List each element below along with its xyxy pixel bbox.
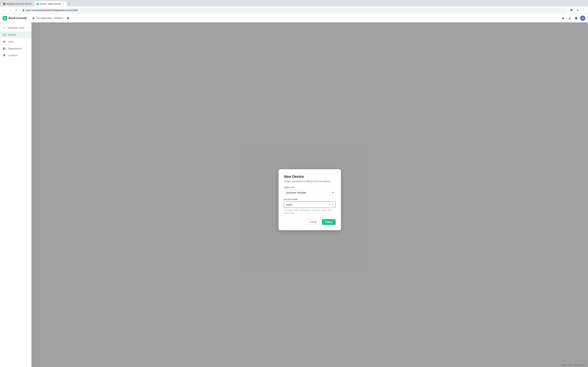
tab-ms-label: Integration Microsoft 365 Em... — [7, 3, 33, 5]
sidebar-item-devices[interactable]: Devices — [0, 31, 31, 38]
address-bar-actions: ★ ⋮ — [569, 8, 586, 13]
svg-rect-1 — [5, 3, 6, 4]
user-initial: N — [582, 17, 584, 19]
address-bar: ← → ↺ blynk.cloud/dashboard/550743/globa… — [0, 7, 588, 14]
tab-blynk[interactable]: B Devices - Blynk.Console ✕ — [35, 1, 67, 7]
building-icon — [32, 17, 35, 19]
sidebar-item-locations[interactable]: Locations — [0, 52, 31, 59]
app-topbar: B Blynk.Console My organization - 2555BQ… — [0, 14, 588, 22]
forward-button[interactable]: → — [8, 8, 12, 12]
tab-ms-favicon — [3, 3, 6, 5]
dialog-subtitle: Create new device by filling in the form… — [284, 180, 336, 183]
device-name-counter: 5 / 50 — [329, 203, 334, 206]
tab-blynk-favicon: B — [36, 3, 39, 5]
org-settings-button[interactable] — [65, 16, 70, 21]
star-icon-btn[interactable]: ★ — [575, 8, 580, 13]
locations-label: Locations — [8, 54, 18, 57]
modal-overlay: New Device Create new device by filling … — [32, 22, 588, 367]
create-button[interactable]: Create — [322, 219, 336, 225]
app-name: Blynk.Console — [9, 17, 27, 20]
dialog-actions: Cancel Create — [284, 219, 336, 225]
tab-ms[interactable]: Integration Microsoft 365 Em... — [1, 1, 34, 6]
developer-zone-label: Developer Zone — [8, 26, 24, 29]
url-bar[interactable]: blynk.cloud/dashboard/550743/global/devi… — [20, 8, 568, 12]
org-chevron: ▾ — [62, 17, 63, 19]
more-icon-btn[interactable]: ⋮ — [581, 8, 586, 13]
shield-button[interactable] — [574, 16, 579, 21]
device-name-label: DEVICE NAME — [284, 198, 336, 200]
app-logo-icon: B — [3, 16, 7, 20]
template-form-group: TEMPLATE Quickstart Template ▾ — [284, 187, 336, 196]
sidebar-item-organizations[interactable]: Organizations — [0, 45, 31, 52]
developer-zone-icon — [3, 26, 6, 29]
profile-button[interactable] — [567, 16, 572, 21]
tab-blynk-close[interactable]: ✕ — [62, 3, 65, 5]
svg-rect-3 — [5, 4, 6, 5]
template-select[interactable]: Quickstart Template ▾ — [284, 190, 336, 196]
topbar-right: N — [561, 16, 585, 21]
tab-bar: Integration Microsoft 365 Em... B Device… — [0, 0, 588, 7]
app-logo: B Blynk.Console — [3, 16, 27, 20]
devices-icon — [3, 33, 6, 36]
device-name-form-group: DEVICE NAME 5 / 50 Use letters, digits, … — [284, 198, 336, 215]
template-value: Quickstart Template — [286, 191, 306, 194]
sidebar-item-developer-zone[interactable]: Developer Zone › — [0, 25, 31, 31]
cast-icon-btn[interactable] — [569, 8, 574, 13]
dialog-title: New Device — [284, 175, 336, 179]
sidebar: Developer Zone › Devices Users Organizat… — [0, 22, 32, 367]
app-layout: Developer Zone › Devices Users Organizat… — [0, 22, 588, 367]
users-label: Users — [8, 40, 14, 43]
url-text: blynk.cloud/dashboard/550743/global/devi… — [26, 9, 565, 11]
device-name-input[interactable] — [284, 201, 336, 208]
org-name: My organization - 2555BQ — [37, 17, 61, 19]
organizations-label: Organizations — [8, 47, 22, 50]
organizations-icon — [3, 47, 6, 50]
new-device-dialog: New Device Create new device by filling … — [279, 169, 341, 230]
new-tab-button[interactable]: + — [67, 2, 71, 6]
lock-icon — [22, 9, 25, 11]
cancel-button[interactable]: Cancel — [306, 219, 320, 225]
svg-rect-0 — [3, 3, 4, 4]
tab-blynk-label: Devices - Blynk.Console — [40, 3, 61, 5]
devices-label: Devices — [8, 33, 16, 36]
device-name-input-wrapper: 5 / 50 — [284, 201, 336, 208]
sidebar-item-users[interactable]: Users — [0, 38, 31, 45]
org-selector[interactable]: My organization - 2555BQ ▾ — [35, 16, 65, 20]
main-content: No devices yet. Create one here. New Dev… — [32, 22, 588, 367]
topbar-divider — [29, 16, 30, 20]
logo-letter: B — [4, 17, 6, 19]
developer-zone-chevron: › — [28, 27, 29, 29]
reload-button[interactable]: ↺ — [14, 8, 18, 12]
notification-button[interactable] — [561, 16, 566, 21]
back-button[interactable]: ← — [2, 8, 7, 12]
users-icon — [3, 40, 6, 43]
device-name-hint: Use letters, digits, apostrophe, undersc… — [284, 209, 336, 215]
svg-rect-2 — [3, 4, 4, 5]
template-chevron: ▾ — [332, 191, 334, 194]
browser-chrome: Integration Microsoft 365 Em... B Device… — [0, 0, 588, 14]
template-label: TEMPLATE — [284, 187, 336, 189]
user-avatar[interactable]: N — [580, 16, 585, 21]
locations-icon — [3, 54, 6, 57]
